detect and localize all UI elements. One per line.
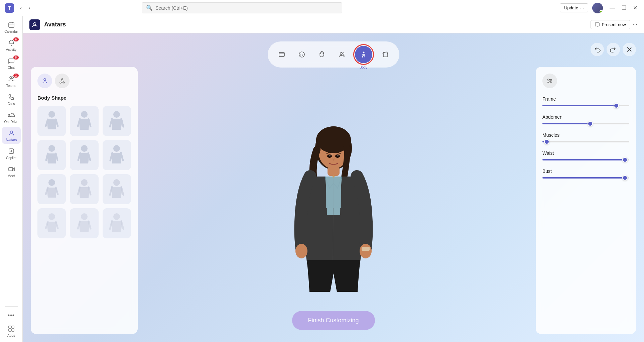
svg-point-91 bbox=[549, 82, 550, 83]
sidebar-item-copilot[interactable]: Copilot bbox=[2, 145, 21, 162]
toolbar-tab-face[interactable] bbox=[293, 46, 310, 63]
minimize-button[interactable]: — bbox=[607, 3, 618, 12]
app-header: Avatars Present now ··· bbox=[23, 16, 644, 33]
svg-point-25 bbox=[340, 52, 342, 54]
sidebar-item-calls[interactable]: Calls bbox=[2, 91, 21, 108]
svg-point-8 bbox=[10, 131, 12, 133]
slider-track-muscles[interactable] bbox=[542, 141, 629, 142]
sidebar-item-teams[interactable]: 2 Teams bbox=[2, 73, 21, 90]
body-shape-item-11[interactable] bbox=[70, 208, 98, 238]
panel-tab-shape[interactable] bbox=[37, 74, 52, 88]
search-input[interactable] bbox=[155, 5, 338, 11]
body-shape-item-7[interactable] bbox=[37, 174, 66, 204]
filter-icon-button[interactable] bbox=[542, 74, 557, 88]
slider-label-waist: Waist bbox=[542, 150, 629, 156]
sidebar-item-apps[interactable]: Apps bbox=[2, 323, 21, 339]
body-shape-item-5[interactable] bbox=[70, 140, 98, 170]
body-shape-item-4[interactable] bbox=[37, 140, 66, 170]
svg-point-31 bbox=[61, 79, 63, 80]
sidebar-item-more[interactable]: ••• bbox=[2, 309, 21, 321]
sidebar-item-meet[interactable]: Meet bbox=[2, 163, 21, 180]
slider-track-abdomen[interactable] bbox=[542, 123, 629, 124]
toolbar-tab-hair[interactable] bbox=[313, 46, 331, 63]
sidebar-item-label-onedrive: OneDrive bbox=[4, 120, 18, 124]
avatar-svg bbox=[287, 121, 380, 309]
body-shape-item-6[interactable] bbox=[103, 140, 131, 170]
update-button[interactable]: Update ··· bbox=[560, 3, 588, 12]
maximize-button[interactable]: ❐ bbox=[619, 3, 629, 12]
more-icon: ••• bbox=[7, 311, 15, 319]
teams-logo-icon: T bbox=[4, 3, 15, 13]
sidebar-item-label-calendar: Calendar bbox=[4, 30, 18, 33]
body-shape-item-12[interactable] bbox=[103, 208, 131, 238]
svg-point-49 bbox=[81, 145, 88, 152]
editor-close-button[interactable] bbox=[623, 43, 636, 56]
slider-track-bust[interactable] bbox=[542, 177, 629, 179]
app-icon bbox=[29, 19, 40, 30]
left-panel: Body Shape bbox=[31, 67, 138, 334]
sidebar-item-onedrive[interactable]: OneDrive bbox=[2, 109, 21, 126]
svg-point-30 bbox=[44, 79, 46, 81]
panel-tab-extras[interactable] bbox=[55, 74, 70, 88]
svg-rect-19 bbox=[279, 52, 284, 56]
slider-track-waist[interactable] bbox=[542, 159, 629, 160]
undo-button[interactable] bbox=[591, 43, 604, 56]
close-button[interactable]: ✕ bbox=[630, 3, 640, 12]
body-shape-item-3[interactable] bbox=[103, 106, 131, 136]
sidebar-item-label-copilot: Copilot bbox=[6, 156, 16, 160]
search-bar[interactable]: 🔍 bbox=[142, 2, 342, 13]
sidebar: Calendar 6 Activity 5 Chat 2 Teams bbox=[0, 16, 23, 342]
present-now-label: Present now bbox=[602, 22, 626, 27]
copilot-icon bbox=[7, 147, 15, 155]
body-shape-item-10[interactable] bbox=[37, 208, 66, 238]
slider-track-frame[interactable] bbox=[542, 105, 629, 106]
scene-icon bbox=[278, 51, 285, 58]
body-shape-title: Body Shape bbox=[37, 95, 131, 101]
avatars-icon bbox=[7, 129, 15, 137]
forward-button[interactable]: › bbox=[26, 4, 33, 12]
body-shapes-grid bbox=[37, 106, 131, 238]
update-more-icon: ··· bbox=[580, 5, 584, 10]
calls-icon bbox=[7, 93, 15, 101]
sidebar-item-label-teams: Teams bbox=[6, 84, 16, 88]
undo-icon bbox=[594, 46, 601, 53]
main-layout: Calendar 6 Activity 5 Chat 2 Teams bbox=[0, 16, 644, 342]
sidebar-item-label-avatars: Avatars bbox=[6, 138, 17, 142]
slider-section-bust: Bust bbox=[542, 168, 629, 179]
toolbar-tab-group[interactable] bbox=[333, 46, 351, 63]
sidebar-item-label-apps: Apps bbox=[7, 334, 15, 337]
svg-point-84 bbox=[333, 176, 335, 178]
title-bar-right: Update ··· — ❐ ✕ bbox=[560, 3, 640, 13]
slider-section-waist: Waist bbox=[542, 150, 629, 160]
sidebar-item-activity[interactable]: 6 Activity bbox=[2, 37, 21, 53]
title-bar-left: T bbox=[4, 3, 15, 13]
svg-point-27 bbox=[363, 52, 364, 53]
toolbar-tab-body[interactable]: Body bbox=[355, 46, 372, 63]
body-shape-item-9[interactable] bbox=[103, 174, 131, 204]
finish-customizing-button[interactable]: Finish Customizing bbox=[292, 311, 375, 330]
toolbar-tab-scene[interactable] bbox=[273, 46, 290, 63]
sidebar-item-calendar[interactable]: Calendar bbox=[2, 19, 21, 35]
svg-point-37 bbox=[48, 111, 55, 118]
svg-line-63 bbox=[121, 187, 123, 195]
sidebar-item-avatars[interactable]: Avatars bbox=[2, 127, 21, 144]
present-now-button[interactable]: Present now bbox=[591, 20, 630, 29]
user-avatar[interactable] bbox=[592, 3, 603, 13]
toolbar-tab-outfit[interactable] bbox=[377, 46, 394, 63]
sidebar-divider bbox=[5, 306, 18, 307]
back-button[interactable]: ‹ bbox=[17, 4, 24, 12]
body-shape-item-2[interactable] bbox=[70, 106, 98, 136]
outfit-icon bbox=[382, 51, 389, 58]
hair-icon bbox=[318, 51, 326, 58]
body-tab-active-wrapper: Body bbox=[353, 44, 374, 65]
sidebar-item-chat[interactable]: 5 Chat bbox=[2, 55, 21, 72]
app-header-more-icon[interactable]: ··· bbox=[633, 22, 637, 28]
avatar-figure bbox=[267, 60, 400, 309]
body-shape-item-8[interactable] bbox=[70, 174, 98, 204]
body-shape-item-1[interactable] bbox=[37, 106, 66, 136]
svg-line-35 bbox=[63, 80, 63, 82]
redo-button[interactable] bbox=[607, 43, 620, 56]
search-icon: 🔍 bbox=[146, 5, 153, 11]
svg-point-61 bbox=[113, 179, 120, 186]
svg-rect-10 bbox=[9, 167, 13, 171]
